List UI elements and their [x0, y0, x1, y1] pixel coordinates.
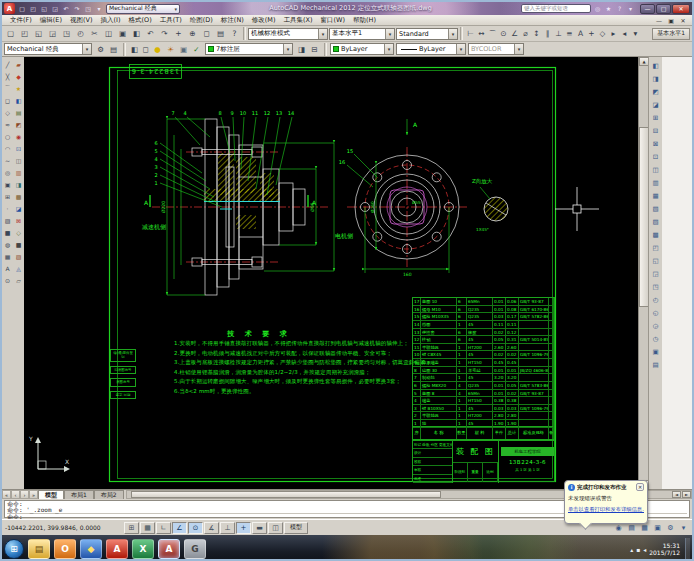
- tray-network-icon[interactable]: ▪: [636, 546, 640, 553]
- mech-bom-icon[interactable]: ■: [14, 238, 24, 250]
- qat-save-icon[interactable]: ◱: [39, 4, 49, 14]
- plot-preview-icon[interactable]: ◳: [60, 27, 73, 40]
- annotation-visibility-icon[interactable]: ▤: [626, 524, 637, 532]
- workspace-switch-icon[interactable]: ⚙: [665, 524, 676, 532]
- mech-washer-icon[interactable]: ◫: [14, 154, 24, 166]
- menu-item[interactable]: 格式(O): [125, 15, 156, 25]
- new-icon[interactable]: ▢: [4, 27, 17, 40]
- mech-bolt-icon[interactable]: ⊡: [14, 142, 24, 154]
- workspace-combo-titlebar[interactable]: Mechanical 经典 ▾: [106, 4, 180, 14]
- mech-bearing-icon[interactable]: ◩: [14, 118, 24, 130]
- mech-datum-icon[interactable]: ◬: [14, 262, 24, 274]
- layer-isolate-icon[interactable]: ⊟: [308, 43, 321, 56]
- layer-plot-icon[interactable]: ✓: [190, 43, 203, 56]
- dim-angular-icon[interactable]: ∠: [509, 27, 520, 40]
- infocenter-search-icon[interactable]: ◎: [593, 4, 602, 13]
- power-snap-icon[interactable]: ◷: [650, 332, 662, 345]
- insert-block-icon[interactable]: ▣: [3, 178, 13, 190]
- menu-item[interactable]: 窗口(W): [317, 15, 350, 25]
- dim-continue-icon[interactable]: ≡: [564, 27, 575, 40]
- dyn-toggle[interactable]: +: [236, 522, 251, 534]
- mech-shaft-icon[interactable]: ◧: [14, 94, 24, 106]
- zoom-realtime-icon[interactable]: ⊕: [186, 27, 199, 40]
- break-icon[interactable]: ▧: [650, 202, 662, 215]
- qat-plot-icon[interactable]: ◲: [50, 4, 60, 14]
- mech-favorites-icon[interactable]: ★: [14, 82, 24, 94]
- dim-leader-icon[interactable]: A: [575, 27, 586, 40]
- scroll-left-button[interactable]: ◄: [672, 491, 681, 498]
- xline-icon[interactable]: ╳: [3, 70, 13, 82]
- layer-properties-icon[interactable]: ◧: [129, 43, 140, 56]
- start-button[interactable]: ⊞: [4, 539, 24, 559]
- scale-icon[interactable]: ⊡: [650, 150, 662, 163]
- tab-nav-button[interactable]: ›: [20, 490, 29, 499]
- plot-notification-icon[interactable]: ▦: [639, 524, 650, 532]
- menu-item[interactable]: 视图(V): [66, 15, 97, 25]
- dim-diameter-icon[interactable]: ⌀: [520, 27, 531, 40]
- taskbar-clock[interactable]: 15:31 2015/7/12: [649, 542, 682, 556]
- misc-taskbar-icon[interactable]: G: [184, 539, 206, 559]
- menu-item[interactable]: 工具(T): [156, 15, 186, 25]
- outlook-taskbar-icon[interactable]: O: [54, 539, 76, 559]
- tab-nav-button[interactable]: »: [29, 490, 38, 499]
- undo-icon[interactable]: ↶: [144, 27, 157, 40]
- donut-icon[interactable]: ⊙: [3, 274, 13, 286]
- point-icon[interactable]: ·: [3, 202, 13, 214]
- save-icon[interactable]: ◱: [32, 27, 45, 40]
- hatch-icon[interactable]: ▨: [3, 214, 13, 226]
- layer-combo[interactable]: 7标注层 ▾: [205, 43, 293, 55]
- polygon-icon[interactable]: ◇: [3, 106, 13, 118]
- maximize-button[interactable]: ▢: [656, 4, 671, 14]
- annotation-scale-icon[interactable]: ◉: [613, 524, 624, 532]
- region-icon[interactable]: ◍: [3, 238, 13, 250]
- properties-icon[interactable]: ▤: [214, 27, 227, 40]
- tab-nav-button[interactable]: ‹: [11, 490, 20, 499]
- tray-hidden-icons[interactable]: ▴: [630, 546, 633, 553]
- dim-arc-icon[interactable]: ⌒: [487, 27, 498, 40]
- layout-tab[interactable]: 布局1: [64, 490, 94, 499]
- circle-icon[interactable]: ○: [3, 130, 13, 142]
- mech-pin-icon[interactable]: ◨: [14, 178, 24, 190]
- power-edit-icon[interactable]: ◲: [650, 267, 662, 280]
- tab-nav-button[interactable]: «: [2, 490, 11, 499]
- stretch-icon[interactable]: ◫: [650, 163, 662, 176]
- notification-close-button[interactable]: ✕: [636, 483, 644, 491]
- standard-combo[interactable]: Standard ▾: [396, 28, 458, 40]
- toolbar-lock-icon[interactable]: ▣: [652, 524, 663, 532]
- mech-nut-icon[interactable]: ▥: [14, 166, 24, 178]
- close-button[interactable]: ✕: [672, 4, 690, 14]
- drawing-canvas[interactable]: 13B224-3-6: [24, 57, 638, 489]
- rectangle-icon[interactable]: ◻: [3, 94, 13, 106]
- menu-item[interactable]: 绘图(D): [186, 15, 217, 25]
- lineweight-toggle[interactable]: ▬: [252, 522, 267, 534]
- match-properties-icon[interactable]: ◧: [130, 27, 143, 40]
- mech-hatch-icon[interactable]: ▨: [14, 250, 24, 262]
- explode-icon[interactable]: ◱: [650, 254, 662, 267]
- scroll-right-button[interactable]: ►: [682, 491, 691, 498]
- dim-linear-icon[interactable]: ⊢: [465, 27, 476, 40]
- workspace-combo[interactable]: Mechanical 经典 ▾: [4, 43, 92, 55]
- qat-open-icon[interactable]: ◰: [28, 4, 38, 14]
- copy-icon[interactable]: ◫: [102, 27, 115, 40]
- mech-chamfer-icon[interactable]: ▤: [14, 106, 24, 118]
- layer-states-icon[interactable]: ◻: [140, 43, 151, 56]
- move-icon[interactable]: ⊟: [650, 124, 662, 137]
- dim-edit-icon[interactable]: ▸: [608, 27, 619, 40]
- layout-tab[interactable]: 布局2: [94, 490, 124, 499]
- doc-window-control[interactable]: —: [654, 17, 664, 24]
- menu-item[interactable]: 工具集(X): [279, 15, 316, 25]
- power-erase-icon[interactable]: ◳: [650, 280, 662, 293]
- model-space-button[interactable]: 模型: [284, 522, 308, 534]
- vertical-scrollbar[interactable]: ▲ ▼: [638, 57, 648, 489]
- erase-icon[interactable]: ◧: [650, 59, 662, 72]
- adobe-taskbar-icon[interactable]: A: [106, 539, 128, 559]
- menu-item[interactable]: 编辑(E): [36, 15, 66, 25]
- lineweight-combo[interactable]: BYCOLOR ▾: [468, 43, 524, 55]
- mtext-icon[interactable]: A: [3, 262, 13, 274]
- dim-radius-icon[interactable]: ⊙: [498, 27, 509, 40]
- chamfer-icon[interactable]: ▩: [650, 228, 662, 241]
- dimstyle-combo[interactable]: 机械标准模式 ▾: [248, 28, 328, 40]
- arc-icon[interactable]: ◠: [3, 142, 13, 154]
- menu-item[interactable]: 标注(N): [217, 15, 248, 25]
- notification-link[interactable]: 单击以查看打印和发布详细信息...: [568, 506, 644, 513]
